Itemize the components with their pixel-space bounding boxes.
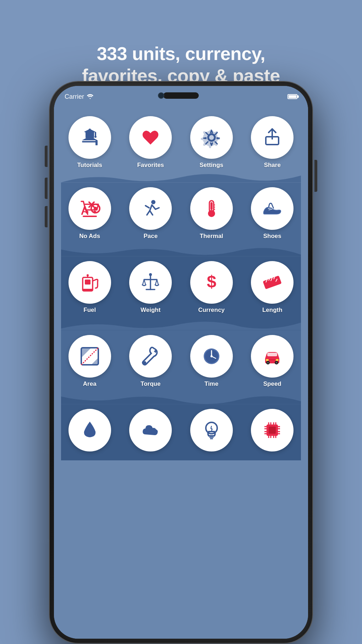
svg-point-32 bbox=[87, 274, 89, 276]
wave-1 bbox=[61, 172, 301, 183]
grid-row-3: Fuel bbox=[61, 259, 301, 315]
currency-icon: $ bbox=[200, 271, 223, 294]
favorites-item[interactable]: Favorites bbox=[122, 116, 180, 169]
length-label: Length bbox=[262, 307, 283, 314]
svg-text:$: $ bbox=[207, 272, 216, 291]
no-ads-icon-circle bbox=[68, 187, 111, 230]
pace-icon-circle bbox=[129, 187, 172, 230]
liquid-icon bbox=[78, 419, 101, 442]
weather-icon-circle bbox=[129, 409, 172, 451]
header-line1: 333 units, currency, bbox=[97, 43, 265, 64]
svg-rect-67 bbox=[276, 359, 279, 361]
thermal-icon bbox=[200, 197, 223, 220]
time-label: Time bbox=[204, 380, 218, 388]
tutorials-icon bbox=[78, 126, 101, 149]
phone-outer: Carrier 3:43 AM bbox=[50, 82, 312, 643]
currency-item[interactable]: $ Currency bbox=[183, 261, 240, 314]
svg-point-64 bbox=[276, 362, 278, 364]
weather-item[interactable] bbox=[122, 409, 180, 454]
settings-icon bbox=[200, 126, 223, 149]
share-icon bbox=[261, 126, 284, 149]
grid-row-2: No Ads bbox=[61, 185, 301, 242]
carrier-text: Carrier bbox=[65, 93, 84, 101]
settings-label: Settings bbox=[199, 162, 223, 169]
weight-item[interactable]: Weight bbox=[122, 261, 180, 314]
screen-content: Tutorials Favorites bbox=[54, 107, 308, 639]
tutorials-icon-circle bbox=[68, 116, 111, 159]
phone-frame: Carrier 3:43 AM bbox=[50, 82, 312, 643]
svg-point-35 bbox=[149, 273, 152, 276]
phone-screen: Carrier 3:43 AM bbox=[54, 86, 308, 639]
energy-item[interactable] bbox=[183, 409, 240, 454]
share-item[interactable]: Share bbox=[244, 116, 301, 169]
time-item[interactable]: Time bbox=[183, 335, 240, 388]
tutorials-item[interactable]: Tutorials bbox=[61, 116, 119, 169]
cpu-icon bbox=[261, 419, 284, 442]
battery-icon bbox=[287, 94, 297, 99]
status-carrier: Carrier bbox=[65, 93, 93, 101]
torque-label: Torque bbox=[141, 380, 160, 388]
area-icon-circle bbox=[68, 335, 111, 378]
grid-row-5 bbox=[61, 407, 301, 456]
pace-icon bbox=[139, 197, 162, 220]
svg-line-39 bbox=[157, 280, 158, 285]
share-label: Share bbox=[264, 162, 281, 169]
row-4-section: Area bbox=[61, 320, 301, 394]
settings-item[interactable]: Settings bbox=[183, 116, 240, 169]
energy-icon bbox=[200, 419, 223, 442]
weather-icon bbox=[139, 419, 162, 442]
svg-point-52 bbox=[143, 361, 146, 364]
favorites-icon-circle bbox=[129, 116, 172, 159]
svg-point-63 bbox=[267, 362, 269, 364]
liquid-item[interactable] bbox=[61, 409, 119, 454]
pace-item[interactable]: Pace bbox=[122, 187, 180, 240]
svg-point-7 bbox=[94, 136, 97, 138]
torque-icon-circle bbox=[129, 335, 172, 378]
camera bbox=[158, 92, 164, 99]
fuel-icon-circle bbox=[68, 261, 111, 304]
thermal-label: Thermal bbox=[200, 233, 223, 240]
time-text: 3:43 AM bbox=[169, 93, 193, 100]
svg-marker-50 bbox=[91, 358, 98, 365]
pace-label: Pace bbox=[143, 233, 158, 240]
svg-rect-66 bbox=[266, 359, 269, 361]
currency-label: Currency bbox=[198, 307, 225, 314]
speed-icon-circle bbox=[251, 335, 294, 378]
share-icon-circle bbox=[251, 116, 294, 159]
grid-row-1: Tutorials Favorites bbox=[61, 114, 301, 171]
fuel-icon bbox=[78, 271, 101, 294]
speed-icon bbox=[261, 345, 284, 368]
tutorials-label: Tutorials bbox=[77, 162, 102, 169]
torque-item[interactable]: Torque bbox=[122, 335, 180, 388]
shoes-item[interactable]: Shoes bbox=[244, 187, 301, 240]
thermal-icon-circle bbox=[190, 187, 233, 230]
svg-point-14 bbox=[86, 211, 88, 213]
fuel-item[interactable]: Fuel bbox=[61, 261, 119, 314]
grid-row-4: Area bbox=[61, 333, 301, 389]
status-bar: Carrier 3:43 AM bbox=[54, 86, 308, 107]
length-item[interactable]: Length bbox=[244, 261, 301, 314]
row-5-section bbox=[61, 394, 301, 460]
svg-point-15 bbox=[93, 211, 96, 213]
speed-item[interactable]: Speed bbox=[244, 335, 301, 388]
favorites-icon bbox=[139, 126, 162, 149]
svg-marker-49 bbox=[81, 348, 91, 358]
no-ads-item[interactable]: No Ads bbox=[61, 187, 119, 240]
energy-icon-circle bbox=[190, 409, 233, 451]
thermal-item[interactable]: Thermal bbox=[183, 187, 240, 240]
shoes-icon bbox=[261, 197, 284, 220]
wave-2 bbox=[61, 246, 301, 256]
svg-rect-60 bbox=[267, 353, 277, 356]
area-item[interactable]: Area bbox=[61, 335, 119, 388]
settings-icon-circle bbox=[190, 116, 233, 159]
svg-rect-13 bbox=[83, 216, 97, 217]
svg-rect-75 bbox=[269, 427, 276, 434]
cpu-item[interactable] bbox=[244, 409, 301, 454]
wave-3 bbox=[61, 320, 301, 330]
row-2-section: No Ads bbox=[61, 172, 301, 246]
weight-icon-circle bbox=[129, 261, 172, 304]
cpu-icon-circle bbox=[251, 409, 294, 451]
fuel-label: Fuel bbox=[83, 307, 96, 314]
favorites-label: Favorites bbox=[137, 162, 164, 169]
status-time: 3:43 AM bbox=[169, 93, 193, 101]
